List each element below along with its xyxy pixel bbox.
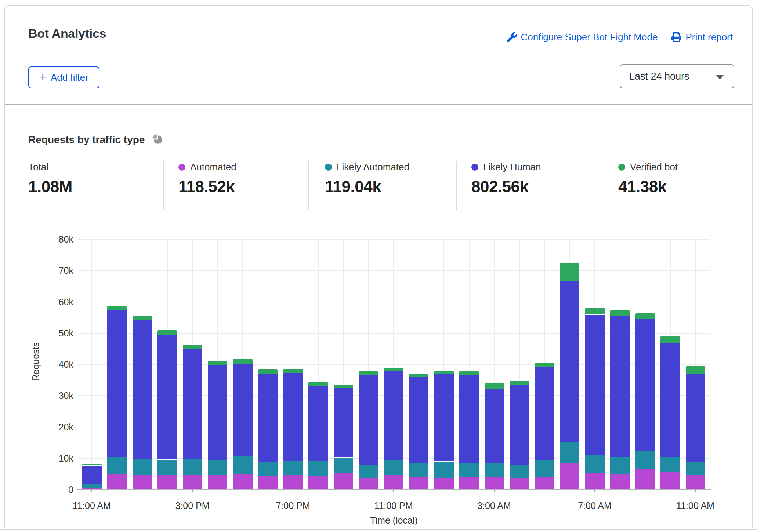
bar-segment-verified-bot[interactable] bbox=[283, 369, 303, 373]
bar-segment-likely-human[interactable] bbox=[384, 371, 403, 460]
add-filter-button[interactable]: + Add filter bbox=[28, 66, 99, 88]
bar-segment-verified-bot[interactable] bbox=[635, 313, 655, 319]
bar-segment-automated[interactable] bbox=[560, 463, 579, 489]
bar-segment-likely-automated[interactable] bbox=[660, 457, 680, 472]
bar-segment-automated[interactable] bbox=[183, 475, 202, 489]
bar-segment-likely-automated[interactable] bbox=[107, 457, 127, 474]
bar-segment-automated[interactable] bbox=[133, 475, 152, 489]
bar-segment-automated[interactable] bbox=[459, 477, 479, 489]
bar-segment-automated[interactable] bbox=[660, 472, 680, 489]
bar-segment-likely-human[interactable] bbox=[485, 389, 504, 463]
bar-segment-automated[interactable] bbox=[686, 475, 705, 489]
bar-segment-likely-automated[interactable] bbox=[334, 458, 353, 473]
bar-segment-verified-bot[interactable] bbox=[560, 263, 579, 281]
bar-segment-verified-bot[interactable] bbox=[409, 374, 428, 377]
bar-segment-likely-human[interactable] bbox=[308, 386, 328, 461]
bar-segment-automated[interactable] bbox=[585, 473, 605, 489]
bar-segment-automated[interactable] bbox=[409, 477, 428, 489]
bar-segment-likely-automated[interactable] bbox=[434, 462, 454, 478]
bar-segment-likely-human[interactable] bbox=[233, 364, 253, 456]
bar-segment-likely-automated[interactable] bbox=[82, 484, 102, 488]
bar-segment-likely-human[interactable] bbox=[334, 388, 353, 457]
bar-segment-verified-bot[interactable] bbox=[535, 363, 554, 367]
bar-segment-likely-automated[interactable] bbox=[133, 459, 152, 475]
bar-segment-verified-bot[interactable] bbox=[82, 464, 102, 465]
bar-segment-likely-human[interactable] bbox=[610, 316, 630, 457]
bar-segment-likely-automated[interactable] bbox=[233, 456, 253, 474]
bar-segment-likely-human[interactable] bbox=[686, 374, 705, 462]
bar-segment-likely-automated[interactable] bbox=[258, 462, 278, 476]
bar-segment-verified-bot[interactable] bbox=[133, 316, 152, 320]
bar-segment-likely-human[interactable] bbox=[560, 281, 579, 442]
bar-segment-likely-human[interactable] bbox=[359, 375, 378, 465]
bar-segment-verified-bot[interactable] bbox=[183, 345, 202, 349]
bar-segment-likely-automated[interactable] bbox=[686, 462, 705, 475]
bar-segment-verified-bot[interactable] bbox=[485, 383, 504, 389]
bar-segment-automated[interactable] bbox=[485, 477, 504, 489]
bar-segment-verified-bot[interactable] bbox=[610, 310, 630, 316]
bar-segment-automated[interactable] bbox=[157, 475, 177, 489]
configure-super-bot-fight-mode-link[interactable]: Configure Super Bot Fight Mode bbox=[507, 32, 658, 43]
print-report-link[interactable]: Print report bbox=[671, 32, 733, 43]
bar-segment-likely-human[interactable] bbox=[107, 310, 127, 457]
bar-segment-automated[interactable] bbox=[283, 475, 303, 489]
bar-segment-likely-automated[interactable] bbox=[409, 463, 428, 477]
bar-segment-likely-automated[interactable] bbox=[384, 460, 403, 475]
bar-segment-likely-human[interactable] bbox=[434, 374, 454, 461]
bar-segment-likely-automated[interactable] bbox=[183, 459, 202, 475]
bar-segment-verified-bot[interactable] bbox=[359, 371, 378, 375]
bar-segment-likely-automated[interactable] bbox=[510, 464, 529, 478]
bar-segment-automated[interactable] bbox=[334, 473, 353, 489]
bar-segment-likely-automated[interactable] bbox=[610, 457, 630, 474]
bar-segment-verified-bot[interactable] bbox=[157, 330, 177, 335]
bar-segment-likely-human[interactable] bbox=[183, 349, 202, 459]
bar-segment-likely-automated[interactable] bbox=[459, 463, 479, 477]
bar-segment-likely-human[interactable] bbox=[409, 377, 428, 463]
bar-segment-verified-bot[interactable] bbox=[660, 336, 680, 343]
bar-segment-likely-human[interactable] bbox=[82, 466, 102, 484]
bar-segment-likely-automated[interactable] bbox=[359, 464, 378, 478]
bar-segment-verified-bot[interactable] bbox=[258, 369, 278, 374]
bar-segment-verified-bot[interactable] bbox=[510, 381, 529, 385]
bar-segment-likely-automated[interactable] bbox=[208, 460, 227, 475]
bar-segment-likely-human[interactable] bbox=[459, 375, 479, 463]
bar-segment-automated[interactable] bbox=[434, 478, 454, 489]
bar-segment-automated[interactable] bbox=[610, 474, 630, 489]
bar-segment-automated[interactable] bbox=[635, 469, 655, 489]
bar-segment-automated[interactable] bbox=[107, 474, 127, 489]
bar-segment-likely-automated[interactable] bbox=[635, 451, 655, 469]
bar-segment-automated[interactable] bbox=[359, 478, 378, 489]
bar-segment-likely-human[interactable] bbox=[635, 319, 655, 451]
bar-segment-likely-human[interactable] bbox=[208, 365, 227, 460]
time-range-dropdown[interactable]: Last 24 hours bbox=[620, 64, 734, 88]
bar-segment-likely-human[interactable] bbox=[660, 343, 680, 457]
bar-segment-automated[interactable] bbox=[308, 476, 328, 489]
bar-segment-likely-human[interactable] bbox=[283, 373, 303, 461]
bar-segment-likely-automated[interactable] bbox=[535, 460, 554, 477]
bar-segment-likely-human[interactable] bbox=[535, 367, 554, 460]
bar-segment-likely-automated[interactable] bbox=[585, 455, 605, 473]
bar-segment-likely-human[interactable] bbox=[510, 385, 529, 465]
bar-segment-verified-bot[interactable] bbox=[208, 361, 227, 365]
bar-segment-verified-bot[interactable] bbox=[384, 368, 403, 371]
bar-segment-automated[interactable] bbox=[233, 474, 253, 489]
bar-segment-likely-automated[interactable] bbox=[560, 442, 579, 463]
bar-segment-verified-bot[interactable] bbox=[107, 306, 127, 310]
bar-segment-automated[interactable] bbox=[384, 475, 403, 489]
bar-segment-likely-automated[interactable] bbox=[308, 461, 328, 476]
bar-segment-likely-human[interactable] bbox=[258, 374, 278, 462]
bar-segment-verified-bot[interactable] bbox=[334, 385, 353, 388]
bar-segment-verified-bot[interactable] bbox=[459, 371, 479, 375]
bar-segment-likely-automated[interactable] bbox=[157, 460, 177, 475]
bar-segment-verified-bot[interactable] bbox=[585, 308, 605, 314]
bar-segment-verified-bot[interactable] bbox=[308, 382, 328, 386]
bar-segment-verified-bot[interactable] bbox=[434, 371, 454, 374]
bar-segment-likely-automated[interactable] bbox=[283, 460, 303, 475]
bar-segment-likely-human[interactable] bbox=[157, 335, 177, 459]
bar-segment-automated[interactable] bbox=[208, 475, 227, 489]
bar-segment-automated[interactable] bbox=[510, 478, 529, 489]
bar-segment-likely-automated[interactable] bbox=[485, 463, 504, 477]
bar-segment-verified-bot[interactable] bbox=[686, 366, 705, 374]
bar-segment-verified-bot[interactable] bbox=[233, 359, 253, 364]
bar-segment-likely-human[interactable] bbox=[585, 315, 605, 455]
